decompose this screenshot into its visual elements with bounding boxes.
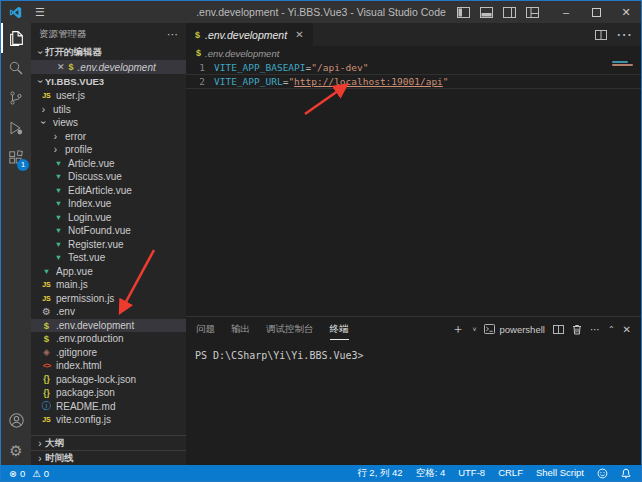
tree-item-.env.development[interactable]: $.env.development [31, 319, 186, 333]
terminal-instance[interactable]: powershell [484, 324, 544, 335]
editor-more-actions-icon[interactable]: ⋯ [616, 25, 632, 44]
toggle-secondary-sidebar-icon[interactable] [503, 7, 516, 18]
notifications-bell-icon[interactable] [621, 468, 631, 479]
maximize-button[interactable] [581, 1, 611, 23]
tree-item-profile[interactable]: ›profile [31, 143, 186, 157]
tree-item-utils[interactable]: ›utils [31, 103, 186, 117]
tree-item-label: user.js [56, 90, 85, 101]
url-link[interactable]: http://localhost:19001/api [294, 75, 443, 88]
panel-more-actions-icon[interactable]: ⋯ [590, 324, 600, 335]
status-item-行 2, 列 42[interactable]: 行 2, 列 42 [357, 467, 402, 480]
chevron-right-icon: › [49, 131, 62, 142]
warnings-count: 0 [44, 468, 49, 479]
outline-section[interactable]: › 大纲 [31, 435, 186, 450]
open-editor-item[interactable]: ✕ $ .env.development [31, 60, 186, 74]
tree-item-user.js[interactable]: JSuser.js [31, 89, 186, 103]
tree-item-label: App.vue [56, 266, 93, 277]
timeline-section[interactable]: › 时间线 [31, 450, 186, 465]
tree-item-NotFound.vue[interactable]: ▼NotFound.vue [31, 224, 186, 238]
toggle-sidebar-icon[interactable] [457, 7, 470, 18]
vue-icon: ▼ [52, 213, 65, 222]
tree-item-.env.production[interactable]: $.env.production [31, 332, 186, 346]
search-icon[interactable] [1, 53, 31, 83]
tree-item-Index.vue[interactable]: ▼Index.vue [31, 197, 186, 211]
open-editors-section[interactable]: › 打开的编辑器 [31, 45, 186, 60]
close-button[interactable]: ✕ [611, 1, 641, 23]
panel-tab-输出[interactable]: 输出 [231, 319, 250, 339]
tree-item-README.md[interactable]: ⓘREADME.md [31, 400, 186, 414]
customize-layout-icon[interactable] [526, 7, 539, 18]
panel-tab-问题[interactable]: 问题 [196, 319, 215, 339]
tab-close-icon[interactable]: ✕ [295, 29, 303, 40]
tree-item-Discuss.vue[interactable]: ▼Discuss.vue [31, 170, 186, 184]
run-debug-icon[interactable] [1, 113, 31, 143]
env-key-token: VITE_APP_URL [214, 75, 283, 88]
tree-item-package-lock.json[interactable]: {}package-lock.json [31, 373, 186, 387]
status-item-CRLF[interactable]: CRLF [498, 467, 523, 480]
close-icon[interactable]: ✕ [57, 62, 65, 72]
chevron-right-icon: › [37, 104, 50, 115]
feedback-icon[interactable] [597, 468, 608, 479]
title-bar: ☰ .env.development - Yi.BBS.Vue3 - Visua… [1, 1, 641, 23]
status-item-Shell Script[interactable]: Shell Script [536, 467, 584, 480]
tree-item-label: Register.vue [68, 239, 124, 250]
env-file-icon: $ [69, 62, 74, 72]
status-item-空格: 4[interactable]: 空格: 4 [416, 467, 446, 480]
account-icon[interactable] [1, 405, 31, 435]
tree-item-Article.vue[interactable]: ▼Article.vue [31, 157, 186, 171]
panel-tab-调试控制台[interactable]: 调试控制台 [266, 319, 314, 339]
breadcrumb[interactable]: $ .env.development [186, 46, 641, 60]
tree-item-error[interactable]: ›error [31, 130, 186, 144]
tree-item-index.html[interactable]: <>index.html [31, 359, 186, 373]
toggle-panel-icon[interactable] [480, 7, 493, 18]
extensions-badge: 1 [17, 159, 29, 171]
bottom-panel: 问题输出调试控制台终端 ＋ ˅ powershell ⋯ ⌃ ✕ PS D:\C… [186, 316, 641, 465]
problems-status[interactable]: ⊗ 0 ⚠ 0 [9, 468, 49, 479]
sidebar-bottom-sections: › 大纲 › 时间线 [31, 435, 186, 465]
tab-label: .env.development [205, 29, 287, 41]
close-panel-icon[interactable]: ✕ [623, 324, 631, 335]
tree-item-App.vue[interactable]: ▼App.vue [31, 265, 186, 279]
vscode-window: ☰ .env.development - Yi.BBS.Vue3 - Visua… [0, 0, 642, 482]
minimap-line [612, 61, 628, 63]
tree-item-label: package-lock.json [56, 374, 136, 385]
source-control-icon[interactable] [1, 83, 31, 113]
timeline-label: 时间线 [45, 452, 74, 465]
tree-item-EditArticle.vue[interactable]: ▼EditArticle.vue [31, 184, 186, 198]
extensions-icon[interactable]: 1 [1, 143, 31, 173]
tree-item-Test.vue[interactable]: ▼Test.vue [31, 251, 186, 265]
terminal-content[interactable]: PS D:\CSharp\Yi\Yi.BBS.Vue3> [186, 341, 641, 465]
tree-item-package.json[interactable]: {}package.json [31, 386, 186, 400]
new-terminal-icon[interactable]: ＋ [451, 320, 464, 338]
settings-gear-icon[interactable]: ⚙ [1, 435, 31, 465]
status-item-UTF-8[interactable]: UTF-8 [458, 467, 485, 480]
project-section[interactable]: › YI.BBS.VUE3 [31, 74, 186, 89]
tree-item-views[interactable]: ›views [31, 116, 186, 130]
tree-item-Register.vue[interactable]: ▼Register.vue [31, 238, 186, 252]
editor-code-area[interactable]: 1VITE_APP_BASEAPI="/api-dev" 2VITE_APP_U… [186, 60, 641, 316]
tree-item-.gitignore[interactable]: ◈.gitignore [31, 346, 186, 360]
tab-env-development[interactable]: $ .env.development ✕ [186, 23, 313, 46]
env-file-icon: $ [196, 48, 201, 58]
tree-item-permission.js[interactable]: JSpermission.js [31, 292, 186, 306]
minimize-button[interactable]: – [551, 1, 581, 23]
minimap[interactable] [612, 61, 638, 67]
tree-item-label: NotFound.vue [68, 225, 131, 236]
menu-icon[interactable]: ☰ [29, 6, 51, 19]
json-icon: {} [40, 388, 53, 398]
explorer-icon[interactable] [1, 23, 31, 53]
tree-item-main.js[interactable]: JSmain.js [31, 278, 186, 292]
panel-tab-终端[interactable]: 终端 [330, 319, 349, 340]
tree-item-Login.vue[interactable]: ▼Login.vue [31, 211, 186, 225]
tree-item-.env[interactable]: ⚙.env [31, 305, 186, 319]
split-editor-icon[interactable] [595, 30, 607, 40]
tree-item-vite.config.js[interactable]: JSvite.config.js [31, 413, 186, 427]
sidebar-more-actions-icon[interactable]: ⋯ [167, 28, 178, 41]
errors-count: 0 [20, 468, 25, 479]
warnings-icon: ⚠ [32, 468, 41, 479]
terminal-dropdown-icon[interactable]: ˅ [472, 326, 476, 333]
maximize-panel-icon[interactable]: ⌃ [608, 325, 615, 334]
kill-terminal-trash-icon[interactable] [572, 324, 582, 335]
split-terminal-icon[interactable] [553, 325, 564, 334]
tree-item-label: .env [56, 306, 75, 317]
